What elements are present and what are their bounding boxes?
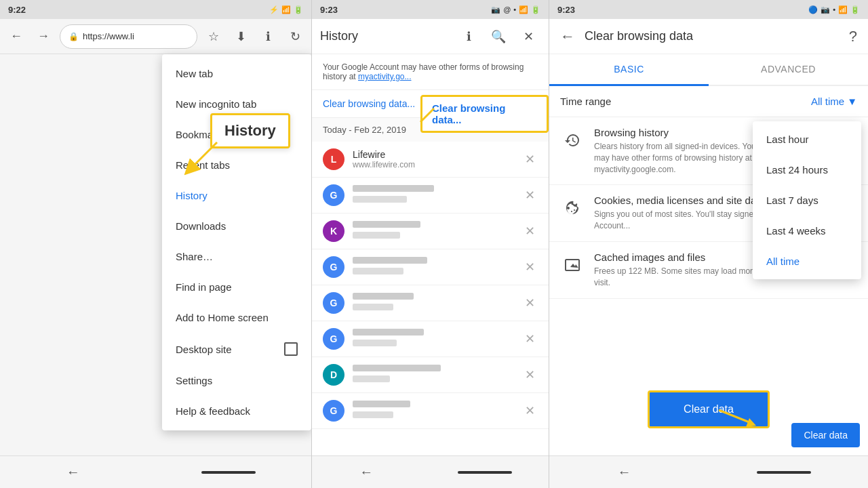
- history-item[interactable]: G ✕: [312, 178, 549, 214]
- site-url: www.lifewire.com: [353, 160, 514, 169]
- status-icons-3: 🔵 📷 • 📶 🔋: [808, 5, 860, 14]
- myactivity-link[interactable]: myactivity.go...: [358, 72, 411, 81]
- menu-item-recent-tabs[interactable]: Recent tabs: [162, 150, 311, 180]
- forward-button[interactable]: →: [33, 26, 54, 47]
- at-icon: @: [503, 5, 511, 14]
- remove-icon[interactable]: ✕: [522, 293, 538, 313]
- menu-item-desktop-site[interactable]: Desktop site: [162, 333, 311, 365]
- back-button-3[interactable]: ←: [557, 25, 578, 48]
- nav-back-3[interactable]: ←: [607, 459, 642, 485]
- site-name: [353, 185, 514, 196]
- site-name: [353, 401, 514, 411]
- time-option-last-4w[interactable]: Last 4 weeks: [753, 216, 861, 246]
- bookmark-button[interactable]: ☆: [203, 26, 224, 47]
- close-header-icon[interactable]: ✕: [516, 24, 540, 49]
- menu-item-share[interactable]: Share…: [162, 241, 311, 272]
- history-item[interactable]: G ✕: [312, 393, 549, 429]
- history-item[interactable]: G ✕: [312, 321, 549, 357]
- desktop-site-checkbox[interactable]: [284, 342, 298, 356]
- remove-icon[interactable]: ✕: [522, 365, 538, 385]
- time-range-row[interactable]: Time range All time ▼ Last hour Last 24 …: [549, 86, 868, 117]
- nav-back-2[interactable]: ←: [349, 459, 384, 485]
- menu-item-help[interactable]: Help & feedback: [162, 396, 311, 426]
- bottom-nav-2: ←: [312, 455, 549, 488]
- menu-item-label: New incognito tab: [176, 98, 256, 110]
- panel-browser-menu: 9:22 ⚡ 📶 🔋 ← → 🔒 https://www.li ☆ ⬇ ℹ ↻ …: [0, 0, 312, 488]
- search-header-icon[interactable]: 🔍: [486, 24, 511, 49]
- clear-data-small-button[interactable]: Clear data: [791, 423, 860, 447]
- info-header-icon[interactable]: ℹ: [456, 24, 481, 49]
- time-option-label: All time: [766, 256, 800, 267]
- battery-icon: 🔋: [531, 5, 540, 14]
- remove-icon[interactable]: ✕: [522, 221, 538, 241]
- site-name: [353, 293, 514, 304]
- signal-icon: 📶: [281, 5, 291, 14]
- history-item[interactable]: L Lifewire www.lifewire.com ✕: [312, 142, 549, 178]
- time-option-last-7d[interactable]: Last 7 days: [753, 185, 861, 216]
- time-range-label: Time range: [560, 96, 811, 107]
- help-icon[interactable]: ?: [846, 25, 860, 48]
- time-range-value[interactable]: All time ▼: [811, 96, 857, 107]
- clear-data-button[interactable]: Clear data: [648, 390, 770, 428]
- clear-page-title: Clear browsing data: [585, 29, 840, 43]
- clear-browsing-link-text: Clear browsing data...: [323, 98, 415, 109]
- tab-advanced[interactable]: ADVANCED: [709, 54, 868, 85]
- menu-item-label: Settings: [176, 375, 212, 386]
- chevron-down-icon: ▼: [847, 96, 857, 107]
- history-page-title: History: [320, 29, 456, 43]
- menu-item-history[interactable]: History: [162, 180, 311, 211]
- remove-icon[interactable]: ✕: [522, 401, 538, 421]
- site-url: [353, 304, 514, 313]
- tab-basic[interactable]: BASIC: [549, 54, 709, 86]
- menu-item-settings[interactable]: Settings: [162, 365, 311, 396]
- remove-icon[interactable]: ✕: [522, 329, 538, 349]
- site-url: [353, 411, 514, 421]
- status-icons-1: ⚡ 📶 🔋: [269, 5, 303, 14]
- remove-icon[interactable]: ✕: [522, 149, 538, 169]
- history-item[interactable]: K ✕: [312, 214, 549, 249]
- time-option-last-24h[interactable]: Last 24 hours: [753, 155, 861, 185]
- menu-item-downloads[interactable]: Downloads: [162, 211, 311, 241]
- menu-item-add-home[interactable]: Add to Home screen: [162, 302, 311, 333]
- url-bar[interactable]: 🔒 https://www.li: [60, 24, 197, 49]
- menu-item-label: Find in page: [176, 281, 232, 293]
- history-item[interactable]: G ✕: [312, 285, 549, 321]
- menu-item-label: Downloads: [176, 220, 226, 232]
- remove-icon[interactable]: ✕: [522, 257, 538, 277]
- site-icon: G: [323, 256, 344, 278]
- home-bar-3: [757, 471, 811, 474]
- download-button[interactable]: ⬇: [230, 26, 252, 47]
- time-3: 9:23: [557, 5, 575, 15]
- history-item[interactable]: G ✕: [312, 249, 549, 285]
- time-range-selected: All time: [811, 96, 844, 107]
- refresh-button[interactable]: ↻: [284, 26, 306, 47]
- menu-item-label: Help & feedback: [176, 405, 250, 417]
- notice-text: Your Google Account may have other forms…: [323, 62, 524, 81]
- history-item[interactable]: D ✕: [312, 357, 549, 393]
- site-info: [353, 329, 514, 349]
- site-url: [353, 232, 514, 241]
- bottom-nav-1: ←: [0, 455, 311, 488]
- site-icon: D: [323, 364, 344, 386]
- info-button[interactable]: ℹ: [257, 26, 279, 47]
- status-icons-2: 📷 @ • 📶 🔋: [491, 5, 540, 14]
- time-1: 9:22: [8, 5, 26, 15]
- time-option-last-hour[interactable]: Last hour: [753, 124, 861, 155]
- site-url: [353, 340, 514, 349]
- time-2: 9:23: [320, 5, 338, 15]
- site-icon: L: [323, 148, 344, 170]
- time-option-all-time[interactable]: All time: [753, 246, 861, 277]
- menu-item-find[interactable]: Find in page: [162, 272, 311, 302]
- nav-back-1[interactable]: ←: [56, 459, 91, 485]
- cam-icon: 📷: [821, 5, 830, 14]
- time-option-label: Last 7 days: [766, 195, 818, 206]
- menu-item-new-tab[interactable]: New tab: [162, 58, 311, 89]
- site-info: Lifewire www.lifewire.com: [353, 149, 514, 169]
- tab-basic-label: BASIC: [614, 64, 644, 75]
- panel-history: 9:23 📷 @ • 📶 🔋 History ℹ 🔍 ✕ Your Google…: [312, 0, 549, 488]
- remove-icon[interactable]: ✕: [522, 185, 538, 205]
- back-button[interactable]: ←: [5, 26, 27, 47]
- header-icons: ℹ 🔍 ✕: [456, 24, 540, 49]
- menu-item-label: New tab: [176, 68, 213, 79]
- menu-item-label: Share…: [176, 251, 213, 262]
